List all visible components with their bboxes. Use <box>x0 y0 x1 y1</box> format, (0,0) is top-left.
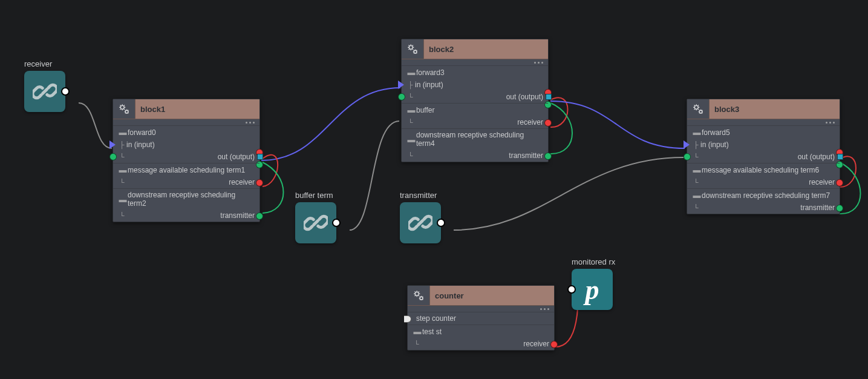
gears-icon <box>687 99 710 119</box>
row-section: ▬downstream receptive scheduling term2 <box>113 188 259 209</box>
port-in-tri[interactable] <box>684 140 690 149</box>
port-in[interactable] <box>567 285 576 294</box>
port-receiver[interactable] <box>836 179 843 186</box>
counter-title: counter <box>430 286 554 305</box>
counter-titlebar[interactable]: counter <box>408 286 554 306</box>
port-in-tri[interactable] <box>109 140 116 149</box>
row-section: ▬downstream receptive scheduling term4 <box>402 128 548 150</box>
port-receiver[interactable] <box>544 119 552 127</box>
block2-titlebar[interactable]: block2 <box>402 39 548 59</box>
port-out[interactable] <box>437 219 445 227</box>
block3-menu-button[interactable] <box>687 119 840 126</box>
port-out[interactable] <box>61 87 70 96</box>
row-out[interactable]: └ out (output) <box>687 151 840 163</box>
node-buffer-term-label: buffer term <box>295 191 336 200</box>
row-section: ▬test st <box>408 325 554 338</box>
node-transmitter-label: transmitter <box>400 191 441 200</box>
node-buffer-term-tile[interactable] <box>295 202 336 243</box>
row-receiver[interactable]: └ receiver <box>402 116 548 128</box>
row-out[interactable]: └ out (output) <box>113 151 259 163</box>
node-block1[interactable]: block1 ▬forward0 ├in (input) └ out (outp… <box>113 99 260 222</box>
node-receiver[interactable]: receiver <box>24 59 65 112</box>
p-icon: p <box>586 274 599 306</box>
block2-menu-button[interactable] <box>402 59 548 66</box>
node-buffer-term[interactable]: buffer term <box>295 191 336 243</box>
gears-icon <box>402 39 424 59</box>
port-out-sq[interactable] <box>257 154 263 160</box>
node-monitored-rx-label: monitored rx <box>572 257 615 266</box>
port-transmitter[interactable] <box>544 153 552 160</box>
port-transmitter[interactable] <box>836 205 843 212</box>
row-receiver[interactable]: └ receiver <box>687 176 840 188</box>
row-transmitter[interactable]: └ transmitter <box>113 209 259 222</box>
node-transmitter[interactable]: transmitter <box>400 191 441 243</box>
node-receiver-label: receiver <box>24 59 65 68</box>
row-in[interactable]: ├in (input) <box>402 79 548 91</box>
row-section: ▬downstream receptive scheduling term7 <box>687 188 840 202</box>
block1-menu-button[interactable] <box>113 119 259 126</box>
row-transmitter[interactable]: └ transmitter <box>687 202 840 214</box>
port-receiver[interactable] <box>256 179 263 186</box>
row-out[interactable]: └ out (output) <box>402 91 548 103</box>
node-counter[interactable]: counter step counter ▬test st └ receiver <box>407 285 555 351</box>
node-transmitter-tile[interactable] <box>400 202 441 243</box>
row-section: ▬forward0 <box>113 126 259 139</box>
port-receiver[interactable] <box>550 341 558 348</box>
link-icon <box>33 79 57 104</box>
row-receiver[interactable]: └ receiver <box>113 176 259 188</box>
port-out-sq[interactable] <box>546 94 552 100</box>
block3-title: block3 <box>710 99 840 119</box>
block3-titlebar[interactable]: block3 <box>687 99 840 119</box>
row-section: ▬buffer <box>402 103 548 116</box>
block1-titlebar[interactable]: block1 <box>113 99 259 119</box>
node-receiver-tile[interactable] <box>24 71 65 112</box>
graph-canvas[interactable]: receiver block1 ▬forward0 ├in (input) └ … <box>0 0 868 379</box>
port-out-sq[interactable] <box>837 154 843 160</box>
block1-title: block1 <box>135 99 259 119</box>
port-out[interactable] <box>332 219 341 227</box>
node-block3[interactable]: block3 ▬forward5 ├in (input) └ out (outp… <box>687 99 840 214</box>
row-in[interactable]: ├in (input) <box>113 139 259 151</box>
link-icon <box>304 211 328 235</box>
port-step[interactable] <box>404 315 411 323</box>
row-section: ▬message available scheduling term6 <box>687 163 840 176</box>
counter-menu-button[interactable] <box>408 306 554 312</box>
gears-icon <box>408 286 430 305</box>
port-in-tri[interactable] <box>398 81 404 89</box>
node-monitored-rx[interactable]: monitored rx p <box>572 257 615 310</box>
row-step[interactable]: step counter <box>408 312 554 325</box>
row-section: ▬forward3 <box>402 66 548 79</box>
block2-title: block2 <box>424 39 548 59</box>
link-icon <box>408 211 432 235</box>
row-section: ▬message available scheduling term1 <box>113 163 259 176</box>
row-in[interactable]: ├in (input) <box>687 139 840 151</box>
row-transmitter[interactable]: └ transmitter <box>402 150 548 162</box>
port-transmitter[interactable] <box>256 213 263 220</box>
node-monitored-rx-tile[interactable]: p <box>572 269 613 310</box>
node-block2[interactable]: block2 ▬forward3 ├in (input) └ out (outp… <box>401 39 549 162</box>
row-receiver[interactable]: └ receiver <box>408 338 554 350</box>
gears-icon <box>113 99 135 119</box>
row-section: ▬forward5 <box>687 126 840 139</box>
